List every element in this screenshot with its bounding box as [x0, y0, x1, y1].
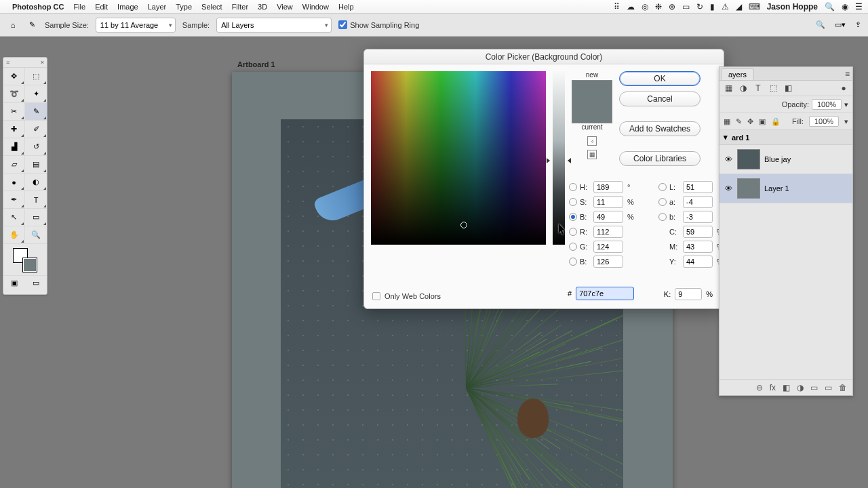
app-name[interactable]: Photoshop CC — [12, 3, 64, 11]
fx-icon[interactable]: fx — [770, 383, 776, 392]
screen-mode[interactable]: ▭ — [25, 275, 47, 290]
menu-layer[interactable]: Layer — [148, 3, 167, 11]
volume-icon[interactable]: ◢ — [736, 2, 742, 12]
filter-kind-icon[interactable]: ▦ — [724, 83, 733, 93]
fill-dropdown-icon[interactable]: ▾ — [844, 117, 848, 126]
sample-select[interactable]: All Layers — [216, 18, 332, 33]
notification-center-icon[interactable]: ☰ — [855, 2, 863, 12]
artboard-label[interactable]: Artboard 1 — [237, 60, 275, 68]
workspace-icon[interactable]: ▭▾ — [835, 20, 846, 29]
shape-tool[interactable]: ▭ — [25, 209, 47, 226]
visibility-eye-icon[interactable]: 👁 — [724, 184, 733, 193]
layer-row-bluejay[interactable]: 👁 Blue jay — [719, 145, 852, 174]
group-icon[interactable]: ▭ — [810, 383, 818, 392]
menu-edit[interactable]: Edit — [95, 3, 108, 11]
menu-filter[interactable]: Filter — [232, 3, 248, 11]
input-a[interactable] — [683, 196, 713, 208]
show-sampling-ring-checkbox[interactable]: Show Sampling Ring — [338, 20, 419, 29]
wifi-icon[interactable]: ⚠ — [722, 2, 729, 12]
tools-panel-header[interactable]: × — [3, 58, 47, 68]
cc-icon[interactable]: ◎ — [642, 2, 648, 12]
only-web-colors-checkbox[interactable] — [372, 292, 380, 300]
sample-size-select[interactable]: 11 by 11 Average — [96, 18, 176, 33]
eyedropper-tool[interactable]: ✎ — [25, 103, 47, 121]
cube-3d-icon[interactable]: ⬨ — [587, 136, 597, 146]
background-color-swatch[interactable] — [22, 258, 37, 272]
clone-stamp-tool[interactable]: ▟ — [3, 138, 25, 156]
input-g[interactable] — [593, 241, 623, 253]
healing-brush-tool[interactable]: ✚ — [3, 121, 25, 138]
gradient-tool[interactable]: ▤ — [25, 156, 47, 174]
radio-h[interactable] — [569, 183, 577, 191]
input-b-lab[interactable] — [683, 211, 713, 223]
adjustment-layer-icon[interactable]: ◑ — [797, 383, 804, 392]
layers-artboard-header[interactable]: ▾ ard 1 — [719, 130, 852, 145]
panel-menu-icon[interactable]: ≡ — [845, 69, 850, 79]
radio-r[interactable] — [569, 228, 577, 236]
input-c[interactable] — [683, 226, 713, 238]
siri-icon[interactable]: ◉ — [842, 2, 848, 12]
radio-b-hsb[interactable] — [569, 213, 577, 221]
lock-paint-icon[interactable]: ✎ — [736, 117, 742, 126]
hue-slider[interactable] — [553, 71, 565, 245]
radio-s[interactable] — [569, 198, 577, 206]
hand-tool[interactable]: ✋ — [3, 226, 25, 244]
ok-button[interactable]: OK — [619, 71, 701, 86]
menu-image[interactable]: Image — [117, 3, 138, 11]
fill-value[interactable]: 100% — [809, 116, 839, 127]
move-tool[interactable]: ✥ — [3, 68, 25, 85]
add-to-swatches-button[interactable]: Add to Swatches — [619, 121, 701, 136]
hex-input[interactable] — [576, 287, 634, 300]
menu-select[interactable]: Select — [201, 3, 222, 11]
opacity-value[interactable]: 100% — [812, 99, 842, 110]
keyboard-icon[interactable]: ⌨ — [749, 2, 760, 12]
radio-l[interactable] — [658, 183, 667, 191]
input-r[interactable] — [593, 226, 623, 238]
filter-toggle-icon[interactable]: ● — [839, 83, 848, 93]
blur-tool[interactable]: ● — [3, 174, 25, 191]
sv-marker[interactable] — [460, 222, 467, 228]
lock-artboard-icon[interactable]: ▣ — [759, 117, 766, 126]
bug-icon[interactable]: ❉ — [655, 2, 662, 12]
lock-transparent-icon[interactable]: ▦ — [724, 117, 730, 126]
magic-wand-tool[interactable]: ✦ — [25, 85, 47, 103]
swatch-grid-icon[interactable]: ▦ — [587, 150, 597, 159]
radio-a[interactable] — [658, 198, 667, 206]
battery-icon[interactable]: ▮ — [710, 2, 715, 12]
lock-all-icon[interactable]: 🔒 — [771, 117, 781, 126]
menu-3d[interactable]: 3D — [258, 3, 267, 11]
share-icon[interactable]: ⇪ — [855, 20, 861, 29]
timemachine-icon[interactable]: ↻ — [696, 2, 703, 12]
home-icon[interactable]: ⌂ — [7, 19, 19, 31]
new-layer-icon[interactable]: ▭ — [825, 383, 832, 392]
menu-window[interactable]: Window — [302, 3, 329, 11]
trash-icon[interactable]: 🗑 — [839, 383, 847, 392]
dialog-title[interactable]: Color Picker (Background Color) — [364, 49, 724, 64]
filter-smart-icon[interactable]: ◧ — [783, 83, 793, 93]
menu-type[interactable]: Type — [176, 3, 192, 11]
menubar-user[interactable]: Jason Hoppe — [767, 2, 818, 12]
radio-b-lab[interactable] — [658, 213, 667, 221]
filter-shape-icon[interactable]: ⬚ — [768, 83, 778, 93]
dodge-tool[interactable]: ◐ — [25, 174, 47, 191]
radio-b-rgb[interactable] — [569, 258, 577, 266]
input-y[interactable] — [683, 256, 713, 268]
color-swatches[interactable] — [3, 247, 47, 274]
zoom-tool[interactable]: 🔍 — [25, 226, 47, 244]
quickmask-mode[interactable]: ▣ — [3, 275, 25, 290]
input-s[interactable] — [593, 196, 623, 208]
layer-thumbnail[interactable] — [737, 149, 760, 169]
radio-g[interactable] — [569, 243, 577, 251]
input-h[interactable] — [593, 181, 623, 193]
lasso-tool[interactable]: ➰ — [3, 85, 25, 103]
link-layers-icon[interactable]: ⊖ — [756, 383, 763, 392]
accessibility-icon[interactable]: ⊛ — [669, 2, 675, 12]
cancel-button[interactable]: Cancel — [619, 92, 701, 106]
dropbox-icon[interactable]: ⠿ — [614, 2, 620, 12]
search-icon[interactable]: 🔍 — [816, 20, 825, 29]
path-select-tool[interactable]: ↖ — [3, 209, 25, 226]
cloud-icon[interactable]: ☁ — [627, 2, 635, 12]
show-sampling-ring-input[interactable] — [338, 20, 347, 29]
layer-name[interactable]: Layer 1 — [764, 184, 789, 192]
menu-file[interactable]: File — [73, 3, 85, 11]
